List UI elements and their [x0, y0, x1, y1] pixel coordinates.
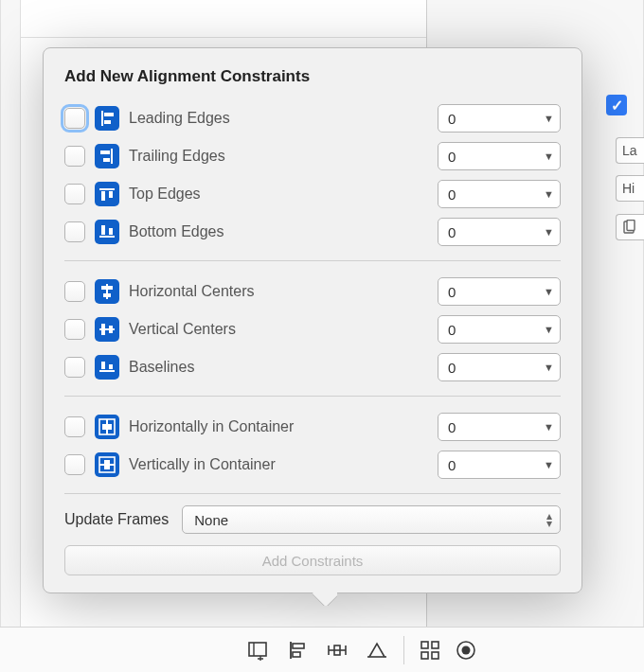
resolve-tool-icon[interactable] — [366, 640, 388, 661]
top-edges-icon — [95, 182, 119, 206]
horizontal-centers-icon — [95, 279, 119, 304]
svg-rect-32 — [293, 644, 304, 648]
bottom-edges-icon — [95, 220, 119, 244]
row-leading-edges: Leading Edges 0▼ — [64, 99, 561, 137]
checkbox-vertically-in-container[interactable] — [64, 454, 85, 475]
label-vertically-in-container: Vertically in Container — [129, 456, 428, 473]
row-trailing-edges: Trailing Edges 0▼ — [64, 137, 561, 175]
svg-rect-18 — [101, 324, 105, 335]
value-leading-edges[interactable]: 0▼ — [438, 104, 561, 133]
vertical-centers-icon — [95, 317, 119, 342]
separator — [64, 260, 561, 261]
svg-rect-40 — [432, 642, 438, 648]
svg-rect-15 — [101, 286, 113, 290]
value-vertically-in-container[interactable]: 0▼ — [438, 451, 561, 479]
svg-rect-33 — [293, 652, 300, 657]
bg-stub: Hi — [616, 175, 644, 202]
chevron-down-icon: ▼ — [544, 459, 554, 470]
svg-rect-3 — [104, 113, 114, 116]
checkbox-top-edges[interactable] — [64, 184, 85, 204]
row-horizontally-in-container: Horizontally in Container 0▼ — [64, 408, 561, 446]
label-horizontally-in-container: Horizontally in Container — [129, 418, 428, 435]
align-tool-icon[interactable] — [286, 640, 309, 661]
svg-rect-39 — [421, 642, 428, 648]
bg-stub: La — [616, 137, 644, 164]
chevron-down-icon: ▼ — [544, 150, 554, 162]
stack-tool-icon[interactable] — [246, 640, 269, 661]
chevron-down-icon: ▼ — [544, 362, 554, 373]
popover-title: Add New Alignment Constraints — [64, 67, 561, 86]
row-horizontal-centers: Horizontal Centers 0▼ — [64, 273, 561, 310]
value-top-edges[interactable]: 0▼ — [438, 180, 561, 208]
chevron-down-icon: ▼ — [544, 421, 554, 433]
chevron-down-icon: ▼ — [544, 286, 554, 297]
svg-rect-19 — [109, 326, 113, 333]
checkbox-vertical-centers[interactable] — [64, 319, 85, 340]
checkbox-bottom-edges[interactable] — [64, 221, 85, 242]
svg-rect-7 — [103, 158, 110, 162]
svg-rect-22 — [109, 364, 113, 369]
row-bottom-edges: Bottom Edges 0▼ — [64, 213, 561, 251]
svg-rect-9 — [101, 191, 105, 201]
grid-view-icon[interactable] — [420, 640, 442, 661]
checkbox-baselines[interactable] — [64, 357, 85, 378]
row-baselines: Baselines 0▼ — [64, 348, 561, 386]
svg-rect-25 — [102, 424, 112, 430]
svg-rect-16 — [103, 293, 111, 297]
svg-rect-12 — [101, 225, 105, 235]
row-vertically-in-container: Vertically in Container 0▼ — [64, 446, 561, 484]
svg-rect-29 — [249, 643, 266, 656]
trailing-edges-icon — [95, 144, 119, 168]
row-vertical-centers: Vertical Centers 0▼ — [64, 310, 561, 348]
alignment-constraints-popover: Add New Alignment Constraints Leading Ed… — [43, 47, 582, 593]
leading-edges-icon — [95, 106, 119, 131]
value-bottom-edges[interactable]: 0▼ — [438, 218, 561, 246]
svg-rect-13 — [109, 228, 113, 235]
svg-rect-41 — [421, 652, 428, 659]
stepper-icon: ▴▾ — [546, 512, 552, 527]
label-top-edges: Top Edges — [129, 186, 428, 203]
popover-arrow — [313, 592, 337, 606]
checkbox-trailing-edges[interactable] — [64, 146, 85, 167]
update-frames-select[interactable]: None ▴▾ — [182, 505, 561, 534]
svg-rect-28 — [104, 460, 110, 469]
svg-rect-42 — [432, 652, 438, 659]
chevron-down-icon: ▼ — [544, 113, 554, 124]
update-frames-label: Update Frames — [64, 511, 169, 528]
label-bottom-edges: Bottom Edges — [129, 223, 428, 240]
horizontally-in-container-icon — [95, 415, 119, 439]
svg-point-44 — [462, 645, 471, 654]
baselines-icon — [95, 355, 119, 380]
toolbar-divider — [403, 636, 404, 664]
bg-checked-icon: ✓ — [606, 95, 627, 115]
pin-tool-icon[interactable] — [326, 640, 349, 661]
value-trailing-edges[interactable]: 0▼ — [438, 142, 561, 170]
chevron-down-icon: ▼ — [544, 188, 554, 200]
checkbox-horizontal-centers[interactable] — [64, 281, 85, 302]
canvas-toolbar — [0, 627, 644, 672]
row-top-edges: Top Edges 0▼ — [64, 175, 561, 213]
label-vertical-centers: Vertical Centers — [129, 321, 428, 338]
checkbox-horizontally-in-container[interactable] — [64, 416, 85, 437]
svg-rect-6 — [100, 150, 110, 154]
label-leading-edges: Leading Edges — [129, 110, 428, 127]
chevron-down-icon: ▼ — [544, 226, 554, 238]
value-vertical-centers[interactable]: 0▼ — [438, 315, 561, 344]
add-constraints-button[interactable]: Add Constraints — [64, 545, 561, 575]
vertically-in-container-icon — [95, 452, 119, 477]
separator — [64, 396, 561, 397]
label-horizontal-centers: Horizontal Centers — [129, 283, 428, 300]
checkbox-leading-edges[interactable] — [64, 108, 85, 129]
bg-stub — [616, 214, 644, 240]
value-horizontally-in-container[interactable]: 0▼ — [438, 413, 561, 441]
separator — [64, 493, 561, 494]
assistant-view-icon[interactable] — [456, 640, 478, 661]
label-trailing-edges: Trailing Edges — [129, 148, 428, 165]
chevron-down-icon: ▼ — [544, 324, 554, 335]
value-horizontal-centers[interactable]: 0▼ — [438, 277, 561, 306]
update-frames-row: Update Frames None ▴▾ — [64, 505, 561, 534]
svg-rect-10 — [109, 191, 113, 198]
value-baselines[interactable]: 0▼ — [438, 353, 561, 381]
svg-rect-4 — [104, 120, 111, 124]
svg-rect-21 — [101, 362, 105, 369]
